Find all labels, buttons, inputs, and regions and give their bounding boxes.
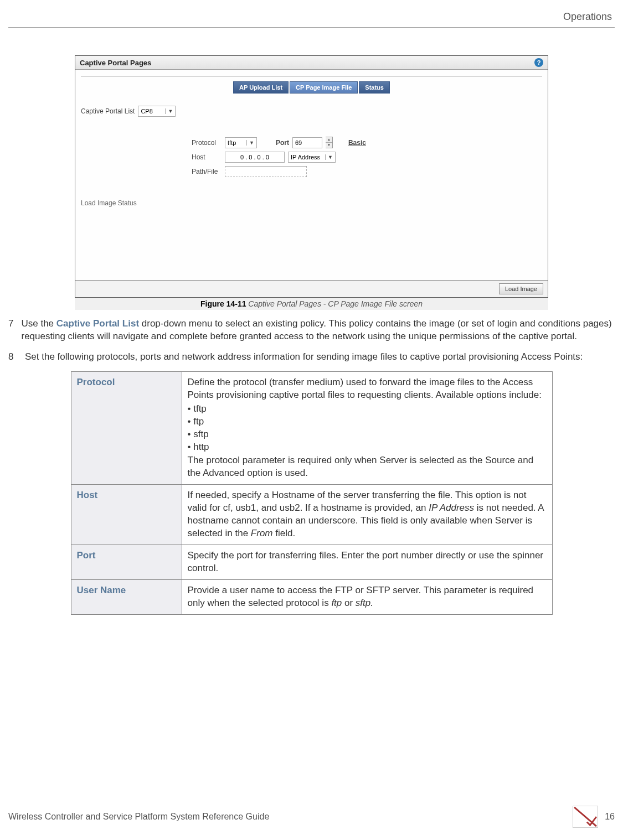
row-protocol-desc: Define the protocol (transfer medium) us… xyxy=(182,371,552,485)
step-7-pre: Use the xyxy=(21,318,56,329)
row-port-label: Port xyxy=(71,545,182,580)
host-type-dropdown[interactable]: ▼ xyxy=(288,152,336,163)
captive-portal-list-dropdown[interactable]: ▼ xyxy=(138,106,176,117)
chevron-down-icon[interactable]: ▼ xyxy=(246,140,256,146)
tab-bar: AP Upload List CP Page Image File Status xyxy=(81,81,542,94)
protocol-label: Protocol xyxy=(192,139,222,147)
page-number: 16 xyxy=(605,812,615,822)
svg-line-0 xyxy=(574,807,596,826)
host-label: Host xyxy=(192,153,222,161)
r4-p1b: or xyxy=(342,598,356,608)
row-host-label: Host xyxy=(71,485,182,545)
port-label: Port xyxy=(276,139,289,147)
captive-portal-list-value[interactable] xyxy=(138,106,165,116)
panel-titlebar: Captive Portal Pages ? xyxy=(75,56,548,70)
footer-title: Wireless Controller and Service Platform… xyxy=(8,812,269,822)
figure-caption: Figure 14-11 Captive Portal Pages - CP P… xyxy=(75,298,548,310)
r2-it2: From xyxy=(251,528,273,538)
tab-status[interactable]: Status xyxy=(359,81,390,94)
row-username-desc: Provide a user name to access the FTP or… xyxy=(182,579,552,614)
step-7-number: 7 xyxy=(8,318,13,343)
screenshot-panel: Captive Portal Pages ? AP Upload List CP… xyxy=(75,55,548,310)
r4-it1: ftp xyxy=(331,598,342,608)
figure-number: Figure 14-11 xyxy=(200,299,246,308)
port-spinner[interactable]: ▲ ▼ xyxy=(326,137,333,148)
inner-rule xyxy=(81,76,542,77)
panel-footer: Load Image xyxy=(75,280,548,297)
load-image-status-label: Load Image Status xyxy=(81,199,542,207)
protocol-dropdown[interactable]: ▼ xyxy=(225,137,257,148)
row-port-desc: Specify the port for transferring files.… xyxy=(182,545,552,580)
table-row: Protocol Define the protocol (transfer m… xyxy=(71,371,552,485)
row-host-desc: If needed, specify a Hostname of the ser… xyxy=(182,485,552,545)
step-7-bold: Captive Portal List xyxy=(56,318,139,329)
captive-portal-list-row: Captive Portal List ▼ xyxy=(81,106,542,117)
step-8-text: Set the following protocols, ports and n… xyxy=(25,351,583,364)
panel-title-text: Captive Portal Pages xyxy=(80,59,151,67)
r2-p1c: field. xyxy=(273,528,296,538)
figure-caption-text: Captive Portal Pages - CP Page Image Fil… xyxy=(248,299,423,308)
parameter-table: Protocol Define the protocol (transfer m… xyxy=(71,371,553,615)
r1-p1: Define the protocol (transfer medium) us… xyxy=(188,376,547,402)
pathfile-input[interactable] xyxy=(225,166,307,177)
table-row: Port Specify the port for transferring f… xyxy=(71,545,552,580)
spinner-up-icon[interactable]: ▲ xyxy=(326,137,332,143)
step-8: 8 Set the following protocols, ports and… xyxy=(8,351,615,364)
checkmark-icon xyxy=(573,806,598,828)
protocol-value[interactable] xyxy=(225,138,246,148)
load-image-button[interactable]: Load Image xyxy=(499,283,543,294)
table-row: User Name Provide a user name to access … xyxy=(71,579,552,614)
r1-b2: ftp xyxy=(188,416,547,428)
chevron-down-icon[interactable]: ▼ xyxy=(325,154,335,160)
row-username-label: User Name xyxy=(71,579,182,614)
step-7-text: Use the Captive Portal List drop-down me… xyxy=(21,318,615,343)
table-row: Host If needed, specify a Hostname of th… xyxy=(71,485,552,545)
step-8-number: 8 xyxy=(8,351,17,364)
r1-b4: http xyxy=(188,441,547,454)
row-protocol-label: Protocol xyxy=(71,371,182,485)
step-7: 7 Use the Captive Portal List drop-down … xyxy=(8,318,615,343)
captive-portal-list-label: Captive Portal List xyxy=(81,107,135,115)
pathfile-label: Path/File xyxy=(192,168,222,175)
r4-it2: sftp. xyxy=(356,598,373,608)
tab-cp-page-image-file[interactable]: CP Page Image File xyxy=(290,81,358,94)
spinner-down-icon[interactable]: ▼ xyxy=(326,143,332,148)
tab-ap-upload-list[interactable]: AP Upload List xyxy=(233,81,289,94)
page-footer: Wireless Controller and Service Platform… xyxy=(8,806,615,828)
header-rule xyxy=(8,27,615,28)
chevron-down-icon[interactable]: ▼ xyxy=(165,108,175,114)
help-icon[interactable]: ? xyxy=(534,58,543,67)
host-input[interactable] xyxy=(225,152,285,163)
r1-b3: sftp xyxy=(188,428,547,441)
host-type-value[interactable] xyxy=(289,152,325,162)
r1-p2: The protocol parameter is required only … xyxy=(188,454,547,480)
basic-link[interactable]: Basic xyxy=(348,139,366,147)
page-header-section: Operations xyxy=(8,11,615,23)
form-area: Protocol ▼ Port ▲ ▼ Basic xyxy=(192,137,542,177)
r1-b1: tftp xyxy=(188,403,547,416)
port-input[interactable] xyxy=(292,137,322,148)
r2-it1: IP Address xyxy=(429,502,474,513)
